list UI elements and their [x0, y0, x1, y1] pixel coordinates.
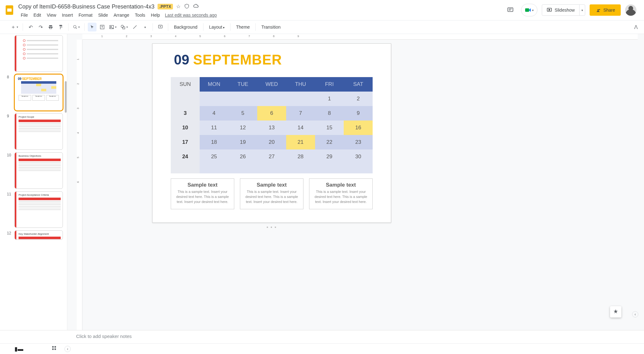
menu-edit[interactable]: Edit [31, 11, 44, 19]
menu-file[interactable]: File [18, 11, 31, 19]
transition-button[interactable]: Transition [259, 23, 283, 31]
line-button[interactable] [130, 23, 139, 31]
pptx-badge: .PPTX [158, 4, 173, 9]
filmstrip-chevron[interactable]: ‹ [64, 346, 71, 352]
share-button[interactable]: Share [590, 4, 621, 16]
move-icon[interactable] [184, 3, 189, 10]
menu-arrange[interactable]: Arrange [111, 11, 132, 19]
line-dropdown[interactable]: ▾ [141, 23, 149, 31]
svg-point-9 [121, 25, 124, 28]
slide-thumbnail[interactable]: 10Business Objectives [0, 151, 65, 190]
filmstrip-view-icon[interactable]: ▮▬ [14, 346, 23, 352]
menu-bar: FileEditViewInsertFormatSlideArrangeTool… [18, 11, 504, 20]
account-avatar[interactable] [625, 4, 636, 16]
explore-button[interactable] [610, 306, 621, 317]
select-tool[interactable] [88, 23, 97, 31]
grid-view-icon[interactable] [52, 346, 57, 352]
slideshow-button-group: Slideshow ▾ [542, 4, 585, 16]
ruler-horizontal: 123456789 [82, 34, 638, 40]
meet-button[interactable]: ▾ [521, 4, 537, 16]
resize-handle-icon[interactable]: ● ● ● [266, 225, 277, 229]
speaker-notes[interactable]: Click to add speaker notes [0, 330, 644, 343]
slide-thumbnail[interactable]: 809SEPTEMBER Sample textSample textSampl… [0, 73, 65, 112]
star-icon[interactable]: ☆ [176, 3, 180, 10]
collapse-toolbar-icon[interactable]: ᐱ [634, 24, 638, 30]
side-panel-toggle[interactable]: ‹ [632, 311, 638, 317]
slide-month-number: 09 [174, 52, 189, 68]
canvas-area: 123456789 123456 09 SEPTEMBER SUNMONTUEW… [67, 34, 644, 330]
undo-button[interactable]: ↶ [26, 23, 35, 31]
menu-view[interactable]: View [44, 11, 59, 19]
menu-slide[interactable]: Slide [96, 11, 110, 19]
image-button[interactable] [108, 23, 118, 31]
new-slide-button[interactable]: ＋ [9, 23, 19, 31]
background-button[interactable]: Background [171, 23, 200, 31]
svg-rect-15 [54, 348, 56, 350]
slide-month-name: SEPTEMBER [193, 52, 282, 68]
svg-point-5 [74, 25, 76, 28]
sample-text-box[interactable]: Sample textThis is a sample text. Insert… [171, 178, 234, 209]
svg-rect-14 [52, 348, 54, 350]
menu-insert[interactable]: Insert [59, 11, 75, 19]
svg-rect-3 [525, 8, 529, 12]
menu-help[interactable]: Help [148, 11, 163, 19]
calendar-table[interactable]: SUNMONTUEWEDTHUFRISAT1234567891011121314… [171, 77, 373, 173]
film-strip[interactable]: 809SEPTEMBER Sample textSample textSampl… [0, 34, 67, 330]
menu-format[interactable]: Format [76, 11, 95, 19]
slideshow-dropdown[interactable]: ▾ [579, 5, 585, 15]
cloud-icon[interactable] [193, 3, 199, 10]
title-area: Copy of ItemID-6658-Business Case Presen… [18, 3, 504, 20]
sample-text-box[interactable]: Sample textThis is a sample text. Insert… [309, 178, 373, 209]
theme-button[interactable]: Theme [234, 23, 253, 31]
svg-rect-1 [7, 8, 12, 12]
layout-button[interactable]: Layout▾ [207, 23, 227, 31]
footer: ▮▬ ‹ [0, 343, 644, 354]
header: Copy of ItemID-6658-Business Case Presen… [0, 0, 644, 20]
slide-thumbnail[interactable]: 9Project Scope [0, 112, 65, 151]
print-button[interactable] [46, 23, 55, 31]
add-comment-button[interactable] [156, 23, 165, 31]
menu-tools[interactable]: Tools [132, 11, 148, 19]
toolbar: ＋ ↶ ↷ ▾ Background Layout▾ Theme Transit… [0, 20, 644, 34]
comments-icon[interactable] [504, 4, 517, 16]
slide-thumbnail[interactable] [0, 34, 65, 73]
paint-format-button[interactable] [56, 23, 65, 31]
svg-rect-2 [508, 8, 513, 12]
shape-button[interactable] [119, 23, 129, 31]
svg-rect-10 [123, 27, 125, 29]
ruler-vertical: 123456 [77, 40, 82, 330]
slideshow-button[interactable]: Slideshow [542, 5, 579, 15]
sample-text-box[interactable]: Sample textThis is a sample text. Insert… [240, 178, 303, 209]
slide-thumbnail[interactable]: 11Project Acceptance Criteria [0, 190, 65, 229]
slide-thumbnail[interactable]: 12Key Stakeholder Alignment [0, 229, 65, 241]
last-edit-link[interactable]: Last edit was seconds ago [165, 13, 217, 18]
redo-button[interactable]: ↷ [36, 23, 45, 31]
svg-rect-13 [54, 346, 56, 348]
svg-rect-12 [52, 346, 54, 348]
doc-title[interactable]: Copy of ItemID-6658-Business Case Presen… [18, 3, 154, 10]
zoom-button[interactable] [72, 23, 81, 31]
slide-canvas[interactable]: 09 SEPTEMBER SUNMONTUEWEDTHUFRISAT123456… [152, 43, 391, 223]
main: 809SEPTEMBER Sample textSample textSampl… [0, 34, 644, 330]
textbox-button[interactable] [98, 23, 107, 31]
slides-logo[interactable] [3, 4, 16, 16]
